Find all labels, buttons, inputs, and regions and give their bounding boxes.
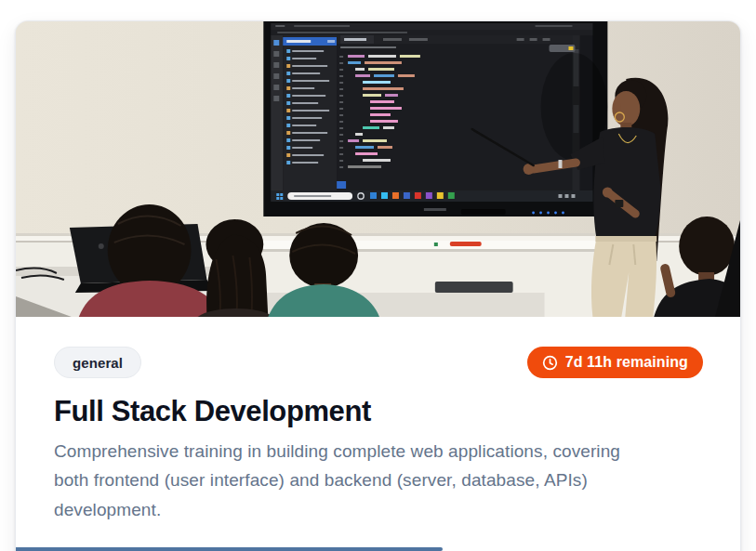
page: general 7d 11h remaining Full Stack Deve… <box>0 0 756 551</box>
progress-bar <box>16 547 443 551</box>
category-badge: general <box>54 347 141 378</box>
badge-row: general 7d 11h remaining <box>54 347 703 378</box>
course-image <box>16 21 740 317</box>
clock-icon <box>542 355 558 371</box>
course-card[interactable]: general 7d 11h remaining Full Stack Deve… <box>15 20 741 551</box>
time-remaining-badge: 7d 11h remaining <box>527 347 703 378</box>
presentation-screen <box>263 21 607 216</box>
course-description: Comprehensive training in building compl… <box>54 437 632 523</box>
course-title: Full Stack Development <box>54 394 703 428</box>
classroom-photo-illustration <box>16 21 740 317</box>
card-content: general 7d 11h remaining Full Stack Deve… <box>16 317 740 524</box>
progress-track <box>16 547 726 551</box>
time-remaining-label: 7d 11h remaining <box>565 354 688 371</box>
